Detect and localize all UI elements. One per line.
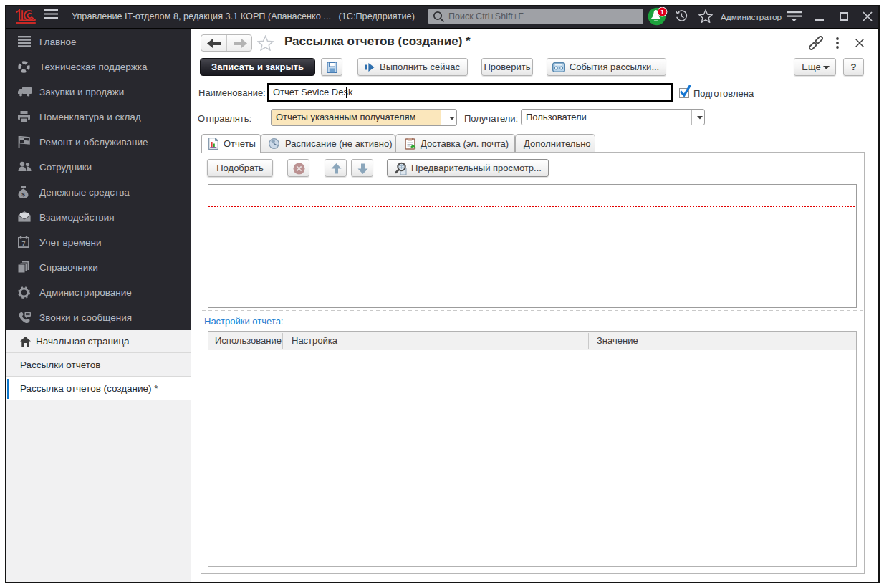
svg-text:$: $ (21, 191, 25, 198)
svg-text:7: 7 (21, 240, 25, 247)
svg-text:1: 1 (660, 9, 664, 16)
